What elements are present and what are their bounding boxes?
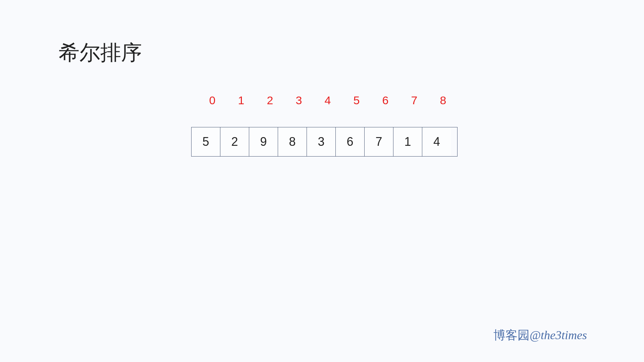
array-cell: 9 bbox=[249, 127, 278, 156]
array-cell: 8 bbox=[278, 127, 307, 156]
index-label: 7 bbox=[400, 94, 429, 107]
array-cell: 3 bbox=[307, 127, 336, 156]
index-label: 1 bbox=[227, 94, 256, 107]
index-label: 6 bbox=[371, 94, 400, 107]
array-cell: 7 bbox=[365, 127, 393, 156]
index-label: 8 bbox=[429, 94, 458, 107]
index-label: 3 bbox=[284, 94, 313, 107]
credit-site: 博客园 bbox=[493, 328, 530, 342]
credit-handle: @the3times bbox=[530, 328, 587, 342]
index-row: 0 1 2 3 4 5 6 7 8 bbox=[198, 94, 458, 107]
index-label: 0 bbox=[198, 94, 227, 107]
array-cell: 5 bbox=[192, 127, 220, 156]
credit-line: 博客园@the3times bbox=[493, 327, 587, 344]
index-label: 2 bbox=[256, 94, 284, 107]
diagram-title: 希尔排序 bbox=[59, 39, 142, 67]
array-cell: 1 bbox=[393, 127, 422, 156]
array-row: 5 2 9 8 3 6 7 1 4 bbox=[191, 127, 458, 157]
index-label: 4 bbox=[313, 94, 342, 107]
array-cell: 4 bbox=[422, 127, 451, 156]
array-diagram: 0 1 2 3 4 5 6 7 8 5 2 9 8 3 6 7 1 4 bbox=[191, 94, 458, 157]
array-cell: 2 bbox=[220, 127, 249, 156]
array-cell: 6 bbox=[336, 127, 365, 156]
index-label: 5 bbox=[342, 94, 371, 107]
